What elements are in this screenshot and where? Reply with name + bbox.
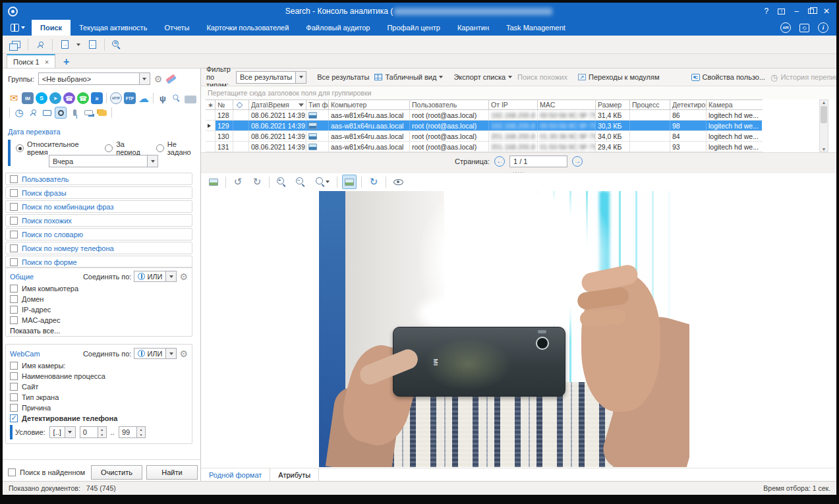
header-mac[interactable]: MAC	[538, 100, 596, 109]
tab-file-auditor[interactable]: Файловый аудитор	[297, 20, 378, 36]
info-icon[interactable]: i	[818, 22, 828, 33]
close-tab-icon[interactable]: ×	[45, 58, 49, 66]
table-scrollbar[interactable]: ▲ ▼	[819, 99, 828, 152]
chevron-down-icon[interactable]	[139, 73, 150, 84]
zoom-menu-button[interactable]	[312, 175, 332, 189]
table-row[interactable]: 130 08.06.2021 14:39:36 aas-w81x64ru.aas…	[206, 131, 763, 142]
id-search-button[interactable]: ID	[109, 38, 125, 52]
checkbox[interactable]	[10, 231, 18, 238]
checkbox[interactable]	[10, 372, 18, 380]
show-all-link[interactable]: Показать все...	[10, 327, 188, 335]
webcam-icon[interactable]	[55, 107, 67, 119]
export-list-button[interactable]: Экспорт списка	[453, 73, 512, 81]
webcam-reason[interactable]: Причина	[10, 404, 188, 412]
header-detected[interactable]: Детектирова	[670, 100, 707, 109]
float-window-button[interactable]: ↑	[778, 9, 785, 14]
user-search-button[interactable]	[32, 38, 48, 52]
condition-to-stepper[interactable]: 99 ▲▼	[119, 426, 146, 438]
tab-current-activity[interactable]: Текущая активность	[71, 20, 156, 36]
scroll-up-icon[interactable]: ▲	[822, 100, 826, 105]
printer-icon[interactable]	[185, 96, 196, 103]
header-user[interactable]: Пользователь	[410, 100, 489, 109]
webcam-process-name[interactable]: Наименование процесса	[10, 372, 188, 380]
tab-reports[interactable]: Отчеты	[156, 20, 198, 36]
checkbox[interactable]	[10, 217, 18, 225]
tab-task-management[interactable]: Task Management	[498, 20, 574, 36]
skype-icon[interactable]: S	[36, 92, 47, 104]
lync-icon[interactable]: »	[91, 92, 103, 104]
export-dropdown-caret[interactable]	[76, 43, 80, 46]
condition-from-stepper[interactable]: 0 ▲▼	[80, 426, 107, 438]
common-mac-address[interactable]: MAC-адрес	[10, 316, 188, 324]
checkbox[interactable]	[10, 295, 18, 303]
table-row[interactable]: 131 08.06.2021 14:39:33 aas-w81x64ru.aas…	[206, 142, 763, 152]
webcam-site[interactable]: Сайт	[10, 383, 188, 391]
chevron-down-icon[interactable]	[295, 72, 306, 83]
restore-button[interactable]	[808, 9, 814, 14]
scroll-thumb[interactable]	[821, 106, 827, 123]
join-select[interactable]: ИЛИ	[134, 271, 177, 282]
next-page-button[interactable]: →	[572, 156, 583, 167]
help-button[interactable]: ?	[765, 7, 769, 16]
find-button[interactable]: Найти	[146, 465, 198, 480]
groups-select[interactable]: <Не выбрано>	[38, 72, 150, 85]
microphone-icon[interactable]	[69, 107, 80, 119]
device-search-icon[interactable]	[171, 92, 183, 104]
header-tag[interactable]	[233, 100, 249, 109]
filter-dictionary[interactable]: Поиск по словарю	[5, 228, 192, 240]
zoom-in-button[interactable]: +	[274, 175, 289, 189]
header-from-ip[interactable]: От IP	[489, 100, 538, 109]
http-globe-icon[interactable]: HTTP	[110, 92, 122, 104]
rotate-right-button[interactable]: ↻	[250, 175, 264, 189]
period-select[interactable]: Вчера	[49, 155, 158, 167]
minimize-button[interactable]: –	[794, 7, 799, 16]
search-1-tab[interactable]: Поиск 1 ×	[7, 54, 55, 68]
checkbox[interactable]	[10, 258, 18, 266]
cloud-icon[interactable]: ☁	[138, 92, 150, 104]
webcam-camera-name[interactable]: Имя камеры:	[10, 362, 188, 370]
app-menu-button[interactable]	[3, 20, 32, 36]
chevron-down-icon[interactable]	[65, 427, 75, 437]
checkbox[interactable]	[10, 362, 18, 370]
join-select[interactable]: ИЛИ	[134, 348, 177, 359]
history-button[interactable]: ◷История переписки	[770, 72, 836, 82]
header-camera[interactable]: Камера	[707, 100, 762, 109]
webcam-screen-type[interactable]: Тип экрана	[10, 393, 188, 401]
filter-type-select[interactable]: Все результаты	[236, 71, 306, 84]
header-star[interactable]: ∗	[206, 100, 216, 109]
search-in-found-checkbox[interactable]	[8, 468, 16, 476]
checkbox[interactable]	[10, 244, 18, 252]
tab-profile-center[interactable]: Профайл центр	[378, 20, 448, 36]
zoom-out-button[interactable]: −	[293, 175, 308, 189]
export-tab-button[interactable]: →	[57, 38, 72, 52]
import-tab-button[interactable]: ←	[84, 38, 100, 52]
tab-native-format[interactable]: Родной формат	[201, 468, 270, 481]
clear-button[interactable]: Очистить	[91, 465, 142, 480]
save-image-button[interactable]	[206, 175, 221, 189]
common-computer-name[interactable]: Имя компьютера	[10, 285, 188, 293]
search-similar-button[interactable]: Поиск похожих	[517, 73, 567, 81]
radio-not-set[interactable]	[156, 144, 164, 152]
clear-groups-eraser-icon[interactable]	[165, 74, 177, 84]
webcam-phone-detection[interactable]: Детектирование телефона	[10, 414, 188, 422]
im-icon[interactable]: IM	[22, 92, 34, 104]
condition-op-select[interactable]: [..]	[49, 426, 76, 438]
table-row-selected[interactable]: 129 08.06.2021 14:39:38 aas-w81x64ru.aas…	[206, 121, 763, 131]
common-domain[interactable]: Домен	[10, 295, 188, 303]
checkbox[interactable]	[10, 189, 18, 197]
modules-box-icon[interactable]: ◇	[799, 24, 809, 32]
filter-phrase[interactable]: Поиск фразы	[5, 186, 192, 199]
scroll-down-icon[interactable]: ▼	[822, 147, 826, 152]
header-datetime[interactable]: Дата\Время	[249, 100, 306, 109]
add-tab-button[interactable]: +	[63, 56, 69, 68]
filter-user[interactable]: Пользователь	[5, 173, 192, 185]
viber-icon[interactable]: ☎	[63, 92, 75, 104]
checkbox[interactable]	[10, 203, 18, 211]
radio-relative-time[interactable]	[16, 144, 24, 152]
header-filetype[interactable]: Тип фа	[306, 100, 329, 109]
checkbox-checked[interactable]	[10, 414, 18, 422]
user-properties-button[interactable]: Свойства пользо...	[691, 73, 766, 81]
usb-device-icon[interactable]: ψ	[157, 92, 169, 104]
monitor-icon[interactable]	[41, 107, 53, 119]
chevron-down-icon[interactable]	[147, 155, 158, 167]
